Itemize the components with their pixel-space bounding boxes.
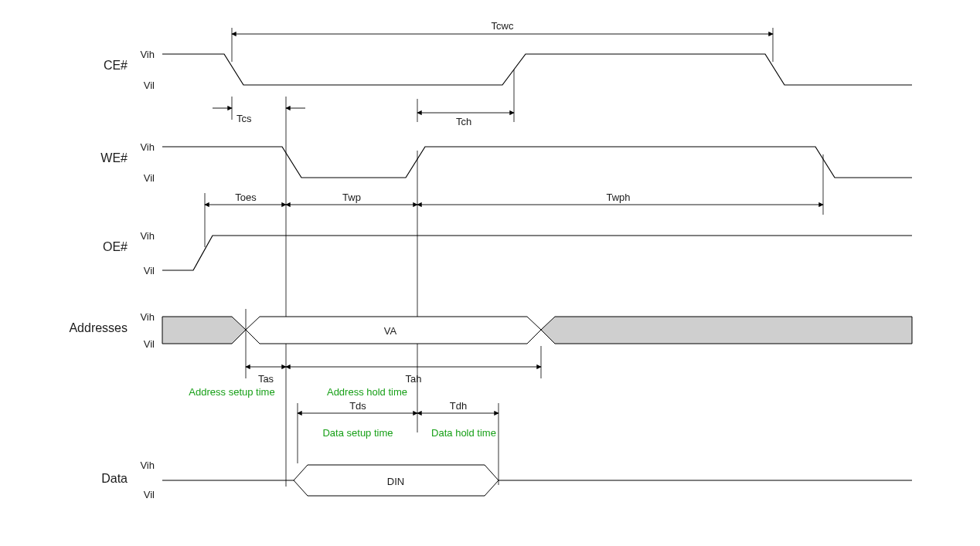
addr-invalid-left: [162, 317, 246, 344]
note-data-hold: Data hold time: [431, 427, 496, 439]
data-vih: Vih: [140, 460, 155, 471]
we-vih: Vih: [140, 141, 155, 153]
note-addr-setup: Address setup time: [189, 386, 274, 398]
label-tas: Tas: [258, 373, 274, 385]
label-tdh: Tdh: [450, 400, 467, 412]
label-twp: Twp: [342, 192, 361, 203]
oe-vih: Vih: [140, 230, 155, 242]
ce-label: CE#: [104, 59, 128, 72]
addr-vil: Vil: [144, 338, 155, 350]
addr-valid-label: VA: [384, 325, 397, 337]
data-label: Data: [101, 472, 128, 485]
addr-label: Addresses: [69, 321, 128, 334]
data-vil: Vil: [144, 489, 155, 500]
oe-vil: Vil: [144, 265, 155, 276]
signal-we: WE# Vih Vil Toes Twp Twph: [100, 141, 912, 487]
label-tds: Tds: [349, 400, 366, 412]
label-tcs: Tcs: [236, 113, 252, 124]
we-label: WE#: [100, 151, 128, 164]
signal-addresses: Addresses Vih Vil VA Tas Address setup t…: [69, 309, 912, 398]
note-data-setup: Data setup time: [322, 427, 393, 439]
timing-diagram: CE# Vih Vil Tcwc Tcs Tch WE# Vih Vil Toe…: [0, 0, 980, 546]
signal-data: Data Vih Vil DIN Tds Data setup time Tdh…: [101, 400, 912, 500]
ce-waveform: [162, 54, 912, 85]
ce-vil: Vil: [144, 80, 155, 91]
data-valid-label: DIN: [387, 476, 404, 487]
note-addr-hold: Address hold time: [327, 386, 407, 398]
label-tcwc: Tcwc: [492, 20, 514, 32]
ce-vih: Vih: [140, 49, 155, 60]
label-tch: Tch: [456, 116, 471, 127]
addr-invalid-right: [541, 317, 912, 344]
signal-oe: OE# Vih Vil: [103, 230, 912, 276]
label-twph: Twph: [606, 192, 630, 203]
oe-label: OE#: [103, 240, 128, 253]
label-tah: Tah: [406, 373, 422, 385]
we-vil: Vil: [144, 172, 155, 184]
oe-waveform: [162, 236, 912, 270]
label-toes: Toes: [235, 192, 257, 203]
we-waveform: [162, 147, 912, 178]
addr-vih: Vih: [140, 311, 155, 323]
signal-ce: CE# Vih Vil Tcwc Tcs Tch: [104, 20, 912, 151]
